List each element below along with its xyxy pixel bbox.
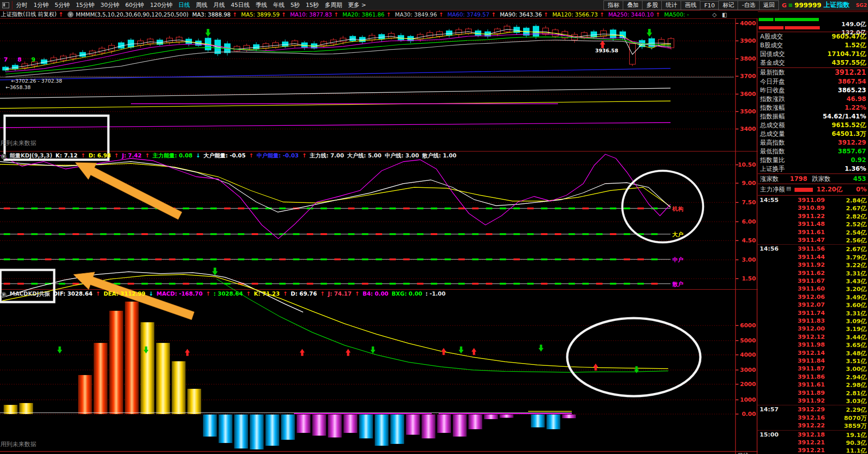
threshold-dash xyxy=(4,258,10,260)
period-tab-15[interactable]: 多周期 xyxy=(325,1,342,9)
threshold-dash xyxy=(472,207,479,209)
toolbar-button-3[interactable]: 统计 xyxy=(661,0,681,10)
tick-time: 14:56 xyxy=(760,245,778,252)
threshold-dash xyxy=(334,258,341,260)
symbol-flag: G xyxy=(782,2,787,9)
threshold-dash xyxy=(4,283,10,285)
period-tab-6[interactable]: 120分钟 xyxy=(150,1,173,9)
threshold-dash xyxy=(73,207,79,209)
tick-row: 3911.673.43亿 xyxy=(758,277,868,285)
period-tab-13[interactable]: 5秒 xyxy=(290,1,299,9)
threshold-dash xyxy=(128,283,134,285)
header-seg-0: 能量KDJ(9,3,3) xyxy=(10,152,52,159)
chart-canvas[interactable] xyxy=(0,18,758,454)
threshold-dash xyxy=(141,283,148,285)
stat-value: 1.36% xyxy=(845,165,866,172)
threshold-dash xyxy=(513,233,520,235)
period-tab-16[interactable]: 更多 > xyxy=(348,1,366,9)
period-tab-4[interactable]: 30分钟 xyxy=(101,1,119,9)
threshold-dash xyxy=(637,258,644,260)
tick-by-tick-list[interactable]: 14:553911.092.84亿3910.892.67亿3911.222.82… xyxy=(758,196,868,454)
threshold-dash xyxy=(321,233,327,235)
candle-body xyxy=(601,31,607,36)
tick-amount: 2.54亿 xyxy=(846,229,867,237)
toolbar-button-4[interactable]: 画线 xyxy=(681,0,700,10)
down-count: 453 xyxy=(853,175,866,182)
candle-body xyxy=(504,26,510,32)
threshold-dash xyxy=(210,258,217,260)
header-seg-15: B4: 0.00 xyxy=(363,291,389,297)
period-tab-3[interactable]: 15分钟 xyxy=(76,1,95,9)
threshold-dash xyxy=(31,207,38,209)
chevron-down-circle-icon[interactable]: ∨ xyxy=(68,11,73,17)
period-tab-0[interactable]: 分时 xyxy=(16,1,28,9)
period-tab-1[interactable]: 1分钟 xyxy=(34,1,49,9)
tick-amount: 3.31亿 xyxy=(846,269,867,278)
watermark-text: 用到未来数据 xyxy=(0,139,36,147)
toolbar-button-8[interactable]: 返回 xyxy=(759,0,779,10)
period-tab-12[interactable]: 年线 xyxy=(273,1,284,9)
toolbar-button-7[interactable]: -自选 xyxy=(738,0,760,10)
threshold-dash xyxy=(238,258,244,260)
toolbar-button-0[interactable]: 指标 xyxy=(603,0,623,10)
toolbar-button-6[interactable]: 标记 xyxy=(718,0,738,10)
ma90-line xyxy=(0,88,671,98)
threshold-dash xyxy=(376,283,382,285)
list-icon[interactable]: ▤ xyxy=(786,185,791,191)
indicator-collapse-icon[interactable]: ∨ xyxy=(1,292,6,297)
down-arrow-marker xyxy=(539,345,544,352)
layout-icon[interactable] xyxy=(2,2,9,8)
threshold-dash xyxy=(472,258,479,260)
tick-row: 14:563911.562.67亿 xyxy=(758,245,868,253)
menu-lines-icon[interactable]: ≡ xyxy=(788,2,793,8)
threshold-dash xyxy=(610,283,616,285)
symbol-code[interactable]: 999999 xyxy=(795,1,821,9)
tick-row: 3912.003.19亿 xyxy=(758,325,868,333)
tick-price: 3911.89 xyxy=(784,389,825,396)
threshold-dash xyxy=(210,283,217,285)
period-tab-11[interactable]: 季线 xyxy=(255,1,267,9)
tick-price: 3911.67 xyxy=(784,277,825,284)
period-tab-2[interactable]: 5分钟 xyxy=(55,1,70,9)
period-tab-14[interactable]: 15秒 xyxy=(306,1,319,9)
candle-body xyxy=(456,30,462,34)
indicator-collapse-icon[interactable]: ∨ xyxy=(1,154,6,159)
split-panel-icon[interactable]: ◧ xyxy=(722,11,727,18)
tick-amount: 3859万 xyxy=(844,422,867,430)
period-tab-7[interactable]: 日线 xyxy=(178,1,190,9)
tick-row: 3911.603.20亿 xyxy=(758,285,868,293)
macd-bar-negative xyxy=(406,415,420,435)
threshold-dash xyxy=(183,258,189,260)
period-tab-9[interactable]: 月线 xyxy=(213,1,225,9)
tick-row: 3911.923.22亿 xyxy=(758,261,868,269)
stat-value: 9605.47亿 xyxy=(832,33,866,41)
ma-value-3: MA20: 3861.86 ↑ xyxy=(343,11,391,18)
header-seg-10: ↑ xyxy=(283,291,287,297)
threshold-dash xyxy=(252,207,258,209)
macd-bar-negative xyxy=(437,415,451,433)
threshold-dash xyxy=(541,258,547,260)
stat-value: 3912.21 xyxy=(835,68,866,77)
sidebar-divider xyxy=(758,32,868,32)
symbol-name[interactable]: 上证指数 xyxy=(823,1,849,9)
threshold-dash xyxy=(472,283,479,285)
stat-label: B股成交 xyxy=(760,41,783,50)
macd-bar-negative xyxy=(328,415,342,437)
diamond-icon[interactable]: ◇ xyxy=(712,11,716,18)
tick-row: 3911.923.03亿 xyxy=(758,397,868,405)
threshold-dash xyxy=(169,283,175,285)
toolbar-button-2[interactable]: 多股 xyxy=(642,0,662,10)
threshold-dash xyxy=(307,233,313,235)
stat-label: A股成交 xyxy=(760,33,783,41)
stat-label: 总成交量 xyxy=(760,130,785,138)
period-tab-5[interactable]: 60分钟 xyxy=(125,1,144,9)
toolbar-button-1[interactable]: 叠加 xyxy=(623,0,643,10)
period-tab-10[interactable]: 45日线 xyxy=(231,1,249,9)
tick-amount: 3.60亿 xyxy=(846,301,867,309)
threshold-dash xyxy=(596,258,603,260)
tick-group-divider xyxy=(758,430,866,431)
period-tab-8[interactable]: 周线 xyxy=(196,1,207,9)
toolbar-button-5[interactable]: F10 xyxy=(700,1,719,10)
axis-tick-kdj-5: 3.00 xyxy=(736,256,756,263)
watermark-text: 用到未来数据 xyxy=(0,440,36,448)
